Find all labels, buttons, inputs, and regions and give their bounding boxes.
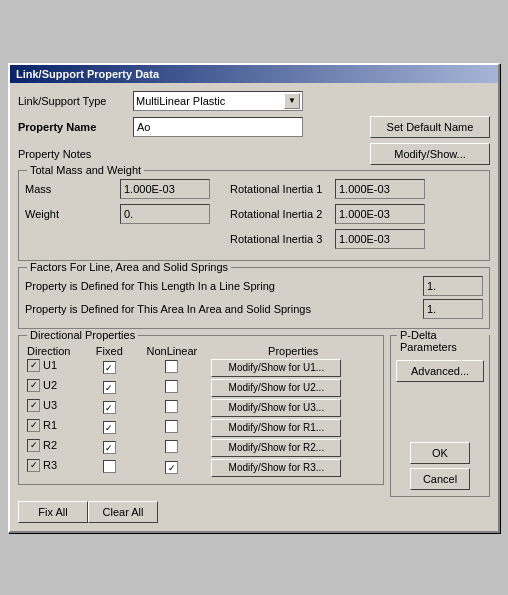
pdelta-group: P-Delta Parameters Advanced... OK Cancel bbox=[390, 335, 490, 497]
property-notes-label: Property Notes bbox=[18, 148, 133, 160]
type-value: MultiLinear Plastic bbox=[136, 95, 225, 107]
dir-row: U1Modify/Show for U1... bbox=[25, 358, 377, 378]
dir-label: U3 bbox=[43, 399, 57, 411]
weight-row: Weight Rotational Inertia 2 bbox=[25, 204, 483, 224]
modify-show-btn[interactable]: Modify/Show for U2... bbox=[211, 379, 341, 397]
dir-label: U1 bbox=[43, 359, 57, 371]
rot-inertia3-row: Rotational Inertia 3 bbox=[25, 229, 483, 249]
mass-label: Mass bbox=[25, 183, 120, 195]
directional-title: Directional Properties bbox=[27, 329, 138, 341]
modify-show-btn[interactable]: Modify/Show for U1... bbox=[211, 359, 341, 377]
dir-pdelta-container: Directional Properties Direction Fixed N… bbox=[18, 335, 490, 497]
factors-title: Factors For Line, Area and Solid Springs bbox=[27, 261, 231, 273]
mass-row: Mass Rotational Inertia 1 bbox=[25, 179, 483, 199]
mass-weight-title: Total Mass and Weight bbox=[27, 164, 144, 176]
fixed-checkbox[interactable] bbox=[103, 421, 116, 434]
modify-show-btn[interactable]: Modify/Show for R2... bbox=[211, 439, 341, 457]
modify-show-btn[interactable]: Modify/Show for U3... bbox=[211, 399, 341, 417]
dir-fixed-disabled-checkbox bbox=[27, 419, 40, 432]
advanced-btn[interactable]: Advanced... bbox=[396, 360, 484, 382]
fixed-checkbox[interactable] bbox=[103, 361, 116, 374]
bottom-buttons: Fix All Clear All bbox=[18, 501, 490, 523]
clear-all-btn[interactable]: Clear All bbox=[88, 501, 158, 523]
type-dropdown[interactable]: MultiLinear Plastic ▼ bbox=[133, 91, 303, 111]
fixed-checkbox[interactable] bbox=[103, 401, 116, 414]
fixed-checkbox[interactable] bbox=[103, 381, 116, 394]
directional-group: Directional Properties Direction Fixed N… bbox=[18, 335, 384, 485]
col-properties: Properties bbox=[209, 344, 377, 358]
line-spring-label: Property is Defined for This Length In a… bbox=[25, 280, 423, 292]
ok-btn[interactable]: OK bbox=[410, 442, 470, 464]
dir-row: R1Modify/Show for R1... bbox=[25, 418, 377, 438]
line-spring-input bbox=[423, 276, 483, 296]
dir-label: R3 bbox=[43, 459, 57, 471]
dir-row: R3Modify/Show for R3... bbox=[25, 458, 377, 478]
area-spring-row: Property is Defined for This Area In Are… bbox=[25, 299, 483, 319]
fix-all-btn[interactable]: Fix All bbox=[18, 501, 88, 523]
fixed-checkbox[interactable] bbox=[103, 460, 116, 473]
dir-fixed-disabled-checkbox bbox=[27, 359, 40, 372]
type-row: Link/Support Type MultiLinear Plastic ▼ bbox=[18, 91, 490, 111]
dir-row: U3Modify/Show for U3... bbox=[25, 398, 377, 418]
modify-show-btn[interactable]: Modify/Show for R1... bbox=[211, 419, 341, 437]
rot-inertia1-input bbox=[335, 179, 425, 199]
weight-label: Weight bbox=[25, 208, 120, 220]
dir-fixed-disabled-checkbox bbox=[27, 379, 40, 392]
dropdown-arrow-icon[interactable]: ▼ bbox=[284, 93, 300, 109]
nonlinear-checkbox[interactable] bbox=[165, 420, 178, 433]
dir-label: R1 bbox=[43, 419, 57, 431]
line-spring-row: Property is Defined for This Length In a… bbox=[25, 276, 483, 296]
nonlinear-checkbox[interactable] bbox=[165, 380, 178, 393]
nonlinear-checkbox[interactable] bbox=[165, 360, 178, 373]
area-spring-label: Property is Defined for This Area In Are… bbox=[25, 303, 423, 315]
rot-inertia3-label: Rotational Inertia 3 bbox=[230, 233, 335, 245]
property-name-input[interactable] bbox=[133, 117, 303, 137]
set-default-btn[interactable]: Set Default Name bbox=[370, 116, 490, 138]
cancel-btn[interactable]: Cancel bbox=[410, 468, 470, 490]
nonlinear-checkbox[interactable] bbox=[165, 461, 178, 474]
nonlinear-checkbox[interactable] bbox=[165, 440, 178, 453]
window-title: Link/Support Property Data bbox=[16, 68, 159, 80]
property-notes-row: Property Notes Modify/Show... bbox=[18, 143, 490, 165]
col-fixed: Fixed bbox=[84, 344, 134, 358]
dir-label: U2 bbox=[43, 379, 57, 391]
mass-weight-group: Total Mass and Weight Mass Rotational In… bbox=[18, 170, 490, 261]
title-bar: Link/Support Property Data bbox=[10, 65, 498, 83]
modify-show-btn[interactable]: Modify/Show for R3... bbox=[211, 459, 341, 477]
modify-show-notes-btn[interactable]: Modify/Show... bbox=[370, 143, 490, 165]
mass-input bbox=[120, 179, 210, 199]
col-nonlinear: NonLinear bbox=[134, 344, 209, 358]
col-direction: Direction bbox=[25, 344, 84, 358]
area-spring-input bbox=[423, 299, 483, 319]
property-name-row: Property Name Set Default Name bbox=[18, 116, 490, 138]
dir-fixed-disabled-checkbox bbox=[27, 439, 40, 452]
pdelta-title: P-Delta Parameters bbox=[397, 329, 489, 353]
rot-inertia2-label: Rotational Inertia 2 bbox=[230, 208, 335, 220]
rot-inertia2-input bbox=[335, 204, 425, 224]
dir-label: R2 bbox=[43, 439, 57, 451]
dir-fixed-disabled-checkbox bbox=[27, 399, 40, 412]
main-dialog: Link/Support Property Data Link/Support … bbox=[8, 63, 500, 533]
dir-row: U2Modify/Show for U2... bbox=[25, 378, 377, 398]
property-name-label: Property Name bbox=[18, 121, 133, 133]
weight-input bbox=[120, 204, 210, 224]
dir-fixed-disabled-checkbox bbox=[27, 459, 40, 472]
rot-inertia3-input bbox=[335, 229, 425, 249]
factors-group: Factors For Line, Area and Solid Springs… bbox=[18, 267, 490, 329]
fixed-checkbox[interactable] bbox=[103, 441, 116, 454]
directional-table: Direction Fixed NonLinear Properties U1M… bbox=[25, 344, 377, 478]
dir-row: R2Modify/Show for R2... bbox=[25, 438, 377, 458]
rot-inertia1-label: Rotational Inertia 1 bbox=[230, 183, 335, 195]
type-label: Link/Support Type bbox=[18, 95, 133, 107]
nonlinear-checkbox[interactable] bbox=[165, 400, 178, 413]
